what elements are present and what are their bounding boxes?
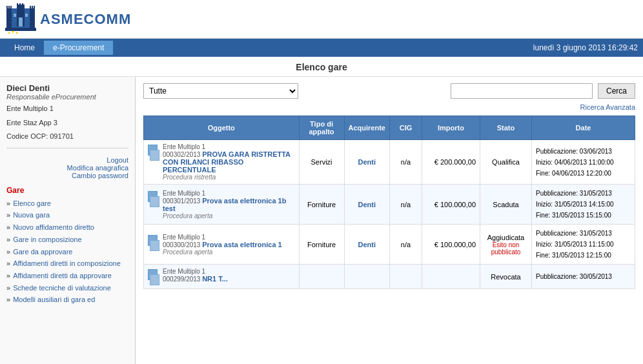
col-oggetto: Oggetto	[144, 116, 300, 140]
filter-select[interactable]: Tutte Aperte Chiuse In corso	[143, 83, 298, 99]
search-button[interactable]: Cerca	[598, 83, 635, 99]
row-icon	[148, 145, 159, 161]
date-line: Inizio: 31/05/2013 11:15:00	[536, 239, 631, 250]
row-ente: Ente Multiplo 1	[163, 234, 282, 241]
sidebar-item-affidamenti-composizione[interactable]: Affidamenti diretti in composizione	[6, 258, 128, 270]
main-layout: Dieci Denti Responsabile eProcurement En…	[0, 77, 643, 364]
cell-tipo: Servizi	[299, 140, 344, 185]
row-icon	[148, 235, 159, 251]
cell-oggetto: Ente Multiplo 1 000299/2013 NR1 T...	[144, 265, 300, 289]
cell-cig: n/a	[390, 185, 422, 225]
svg-rect-6	[30, 6, 31, 10]
col-date: Date	[532, 116, 635, 140]
date-line: Pubblicazione: 31/05/2013	[536, 188, 631, 199]
row-code: 000302/2013 PROVA GARA RISTRETTA CON RIL…	[163, 150, 295, 174]
col-tipo: Tipo di appalto	[299, 116, 344, 140]
stato-sub: Esito non pubblicato	[484, 241, 527, 256]
col-stato: Stato	[480, 116, 532, 140]
logo-text-area: ASMECOMM	[40, 11, 131, 28]
cell-stato: Scaduta	[480, 185, 532, 225]
cell-importo: € 100.000,00	[422, 185, 480, 225]
acquirente-link[interactable]: Denti	[358, 158, 376, 166]
search-input[interactable]	[451, 83, 593, 99]
row-procedura: Procedura ristretta	[163, 174, 295, 181]
acquirente-link[interactable]: Denti	[358, 241, 376, 248]
date-line: Fine: 31/05/2013 15:15:00	[536, 210, 631, 221]
sidebar-item-schede-tecniche[interactable]: Schede tecniche di valutazione	[6, 282, 128, 294]
sidebar-item-nuovo-affidamento[interactable]: Nuovo affidamento diretto	[6, 221, 128, 234]
svg-point-19	[16, 32, 18, 34]
cell-oggetto: Ente Multiplo 1 000302/2013 PROVA GARA R…	[144, 140, 300, 185]
svg-rect-1	[6, 6, 8, 10]
cell-tipo: Forniture	[299, 185, 344, 225]
cell-acquirente: Denti	[344, 185, 389, 225]
sidebar-item-gare-composizione[interactable]: Gare in composizione	[6, 234, 128, 246]
row-icon	[148, 191, 159, 207]
sidebar-section-title: Gare	[6, 186, 128, 195]
svg-rect-8	[34, 6, 35, 10]
sidebar-item-nuova-gara[interactable]: Nuova gara	[6, 209, 128, 221]
cell-date: Pubblicazione: 03/06/2013Inizio: 04/06/2…	[532, 140, 635, 185]
date-line: Inizio: 04/06/2013 11:00:00	[536, 157, 631, 168]
nav-eprocurement[interactable]: e-Procurement	[44, 41, 113, 55]
sidebar-item-modelli-ausiliari[interactable]: Modelli ausiliari di gara ed	[6, 294, 128, 306]
navbar-datetime: lunedì 3 giugno 2013 16:29:42	[533, 43, 638, 52]
user-staz: Ente Staz App 3	[6, 117, 128, 129]
row-title-link[interactable]: Prova asta elettronica 1b test	[163, 197, 286, 212]
date-line: Pubblicazione: 31/05/2013	[536, 228, 631, 239]
date-line: Fine: 04/06/2013 12:20:00	[536, 168, 631, 179]
nav-home[interactable]: Home	[5, 41, 44, 55]
svg-point-18	[12, 30, 14, 32]
row-code: 000300/2013 Prova asta elettronica 1	[163, 241, 282, 248]
sidebar-nav: Elenco gare Nuova gara Nuovo affidamento…	[6, 197, 128, 306]
svg-rect-10	[17, 3, 18, 6]
col-importo: Importo	[422, 116, 480, 140]
table-row: Ente Multiplo 1 000302/2013 PROVA GARA R…	[144, 140, 635, 185]
cell-date: Pubblicazione: 30/05/2013	[532, 265, 635, 289]
svg-rect-7	[32, 6, 33, 10]
row-title-link[interactable]: PROVA GARA RISTRETTA CON RILANCI RIBASSO…	[163, 150, 291, 174]
row-ente: Ente Multiplo 1	[163, 143, 295, 150]
logout-link[interactable]: Logout	[6, 156, 128, 164]
cell-importo: € 200.000,00	[422, 140, 480, 185]
logo-area: ASMECOMM	[5, 3, 131, 35]
row-ente: Ente Multiplo 1	[163, 190, 295, 197]
svg-rect-15	[25, 14, 28, 17]
nav-items: Home e-Procurement	[5, 41, 113, 55]
acquirente-link[interactable]: Denti	[358, 201, 376, 208]
svg-rect-13	[19, 17, 23, 26]
svg-rect-0	[6, 8, 12, 28]
row-title-link[interactable]: NR1 T...	[202, 275, 228, 283]
header: ASMECOMM	[0, 0, 643, 39]
cell-importo	[422, 265, 480, 289]
advanced-search-link[interactable]: Ricerca Avanzata	[580, 103, 635, 111]
sidebar: Dieci Denti Responsabile eProcurement En…	[0, 77, 136, 364]
modifica-anagrafica-link[interactable]: Modifica anagrafica	[6, 164, 128, 172]
svg-rect-12	[22, 3, 23, 6]
user-role: Responsabile eProcurement	[6, 93, 128, 101]
cell-tipo	[299, 265, 344, 289]
cell-acquirente: Denti	[344, 225, 389, 265]
cell-cig: n/a	[390, 140, 422, 185]
table-row: Ente Multiplo 1 000299/2013 NR1 T... Rev…	[144, 265, 635, 289]
svg-rect-11	[19, 3, 21, 6]
cell-stato: AggiudicataEsito non pubblicato	[480, 225, 532, 265]
row-title-link[interactable]: Prova asta elettronica 1	[202, 241, 282, 248]
cell-tipo: Forniture	[299, 225, 344, 265]
sidebar-item-elenco-gare[interactable]: Elenco gare	[6, 197, 128, 210]
sidebar-links: Logout Modifica anagrafica Cambio passwo…	[6, 156, 128, 179]
sidebar-item-gare-approvare[interactable]: Gare da approvare	[6, 246, 128, 258]
castle-logo-icon	[5, 3, 36, 35]
sidebar-item-affidamenti-approvare[interactable]: Affidamenti diretti da approvare	[6, 270, 128, 282]
svg-rect-5	[30, 8, 35, 28]
cambio-password-link[interactable]: Cambio password	[6, 172, 128, 179]
row-code: 000299/2013 NR1 T...	[163, 275, 228, 283]
content: Tutte Aperte Chiuse In corso Cerca Ricer…	[136, 77, 643, 364]
navbar: Home e-Procurement lunedì 3 giugno 2013 …	[0, 39, 643, 57]
date-line: Fine: 31/05/2013 12:15:00	[536, 250, 631, 261]
row-icon	[148, 269, 159, 285]
row-code: 000301/2013 Prova asta elettronica 1b te…	[163, 197, 295, 212]
date-line: Pubblicazione: 30/05/2013	[536, 271, 631, 282]
date-line: Pubblicazione: 03/06/2013	[536, 146, 631, 157]
page-title: Elenco gare	[0, 57, 643, 77]
